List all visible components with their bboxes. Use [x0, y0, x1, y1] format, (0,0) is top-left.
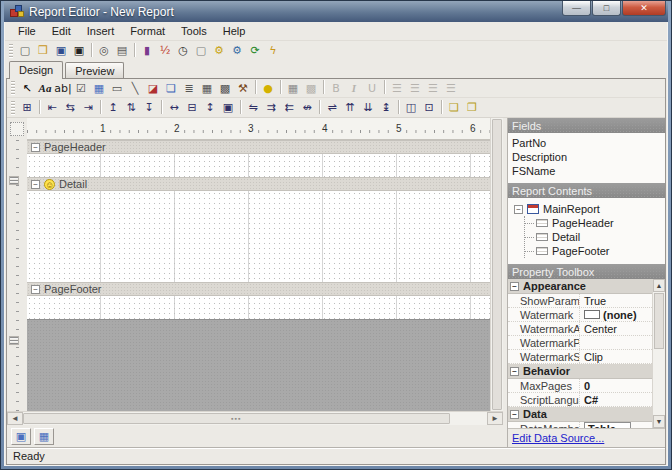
scroll-down-icon[interactable]: ▼	[653, 415, 665, 428]
property-value[interactable]: True	[580, 295, 652, 307]
subreport-tool-icon[interactable]: ❏	[162, 80, 180, 96]
hspace-decrease-icon[interactable]: ⇇	[280, 100, 298, 116]
refresh-icon[interactable]: ⟳	[246, 43, 264, 59]
align-middles-icon[interactable]: ⇅	[122, 100, 140, 116]
options-gear-icon[interactable]: ⚙	[210, 43, 228, 59]
band-area-pageheader[interactable]	[27, 154, 490, 177]
watermark-swatch[interactable]	[584, 310, 600, 319]
property-value[interactable]: Table	[580, 422, 652, 429]
category-collapse-icon[interactable]: −	[510, 367, 519, 376]
textbox-tool-icon[interactable]: ab|	[54, 80, 72, 96]
scrollbar-thumb[interactable]: ▪▪▪	[23, 413, 450, 424]
edit-data-source-link[interactable]: Edit Data Source...	[512, 432, 604, 444]
close-button[interactable]: ✕	[622, 1, 666, 16]
center-vertically-icon[interactable]: ⊡	[420, 100, 438, 116]
tree-node-pagefooter[interactable]: PageFooter	[536, 244, 665, 258]
pagefooter-band-resize-grip[interactable]	[9, 336, 19, 345]
styles-icon[interactable]: ▮	[138, 43, 156, 59]
center-horizontally-icon[interactable]: ◫	[402, 100, 420, 116]
align-bottoms-icon[interactable]: ↧	[140, 100, 158, 116]
new-report-icon[interactable]: ▢	[16, 43, 34, 59]
property-grid-scrollbar[interactable]: ▲ ▼	[652, 279, 665, 428]
build-tool-icon[interactable]: ⚒	[234, 80, 252, 96]
bring-to-front-icon[interactable]: ❏	[445, 100, 463, 116]
vspace-decrease-icon[interactable]: ⇊	[359, 100, 377, 116]
band-header-detail[interactable]: −☺Detail	[27, 177, 490, 191]
toggle-properties-window-icon[interactable]: ▦	[34, 428, 54, 445]
align-to-grid-icon[interactable]: ⊞	[18, 100, 36, 116]
send-to-back-icon[interactable]: ❐	[463, 100, 481, 116]
menu-edit[interactable]: Edit	[45, 23, 78, 39]
vspace-increase-icon[interactable]: ⇈	[341, 100, 359, 116]
table-tool-icon[interactable]: ▦	[198, 80, 216, 96]
align-tops-icon[interactable]: ↥	[104, 100, 122, 116]
property-value[interactable]: (none)	[580, 309, 652, 321]
make-same-height-icon[interactable]: ↕	[201, 100, 219, 116]
pointer-tool-icon[interactable]: ↖	[18, 80, 36, 96]
vspace-remove-icon[interactable]: ↨	[377, 100, 395, 116]
tab-design[interactable]: Design	[9, 61, 63, 79]
band-collapse-icon[interactable]: −	[31, 285, 40, 294]
line-tool-icon[interactable]: ╲	[126, 80, 144, 96]
band-area-detail[interactable]	[27, 191, 490, 282]
toolbar-grip[interactable]	[11, 81, 15, 95]
save-report-icon[interactable]: ▣	[52, 43, 70, 59]
category-collapse-icon[interactable]: −	[510, 282, 519, 291]
list-tool-icon[interactable]: ≣	[180, 80, 198, 96]
band-collapse-icon[interactable]: −	[31, 143, 40, 152]
align-lefts-icon[interactable]: ⇤	[43, 100, 61, 116]
make-same-size-icon[interactable]: ▣	[219, 100, 237, 116]
print-icon[interactable]: ▤	[113, 43, 131, 59]
toolbar-grip[interactable]	[11, 101, 15, 115]
watch-icon[interactable]: ◷	[174, 43, 192, 59]
tools-wrench-icon[interactable]: ⚙	[228, 43, 246, 59]
tree-node-detail[interactable]: Detail	[536, 230, 665, 244]
property-value[interactable]: Center	[580, 323, 652, 335]
tree-node-pageheader[interactable]: PageHeader	[536, 216, 665, 230]
checkbox-tool-icon[interactable]: ☑	[72, 80, 90, 96]
scrollbar-thumb[interactable]	[654, 293, 664, 349]
design-horizontal-scrollbar[interactable]: ◄ ▪▪▪ ►	[7, 411, 503, 425]
category-collapse-icon[interactable]: −	[510, 410, 519, 419]
menu-tools[interactable]: Tools	[174, 23, 214, 39]
align-centers-icon[interactable]: ⇆	[61, 100, 79, 116]
script-document-icon[interactable]: ▢	[192, 43, 210, 59]
save-all-icon[interactable]: ▣	[70, 43, 88, 59]
minimize-button[interactable]: —	[562, 1, 591, 16]
detail-band-resize-grip[interactable]	[9, 176, 19, 185]
property-category-data[interactable]: −Data	[508, 407, 652, 422]
property-value[interactable]: 0	[580, 380, 652, 392]
field-item[interactable]: Description	[512, 150, 665, 164]
rectangle-tool-icon[interactable]: ▭	[108, 80, 126, 96]
band-collapse-icon[interactable]: −	[31, 180, 40, 189]
band-area-pagefooter[interactable]	[27, 296, 490, 319]
make-same-width-icon[interactable]: ↔	[165, 100, 183, 116]
scroll-left-icon[interactable]: ◄	[7, 412, 23, 425]
vspace-equal-icon[interactable]: ⇌	[323, 100, 341, 116]
align-rights-icon[interactable]: ⇥	[79, 100, 97, 116]
matrix-tool-icon[interactable]: ▩	[216, 80, 234, 96]
script-key-icon[interactable]: ●	[259, 80, 277, 96]
run-script-icon[interactable]: ϟ	[264, 43, 282, 59]
design-vertical-scrollbar[interactable]	[490, 118, 503, 411]
property-value[interactable]: Clip	[580, 351, 652, 363]
field-item[interactable]: PartNo	[512, 136, 665, 150]
scroll-up-icon[interactable]: ▲	[653, 279, 665, 292]
open-report-icon[interactable]: ❒	[34, 43, 52, 59]
band-header-pageheader[interactable]: −PageHeader	[27, 140, 490, 154]
label-tool-icon[interactable]: Aa	[36, 80, 54, 96]
tab-preview[interactable]: Preview	[65, 62, 124, 78]
tree-collapse-icon[interactable]: −	[514, 205, 523, 214]
toolbar-grip[interactable]	[9, 44, 13, 58]
hspace-equal-icon[interactable]: ⇋	[244, 100, 262, 116]
size-to-grid-icon[interactable]: ⊟	[183, 100, 201, 116]
print-preview-icon[interactable]: ◎	[95, 43, 113, 59]
field-item[interactable]: FSName	[512, 164, 665, 178]
picture-tool-icon[interactable]: ▦	[90, 80, 108, 96]
property-value[interactable]: C#	[580, 394, 652, 406]
band-header-pagefooter[interactable]: −PageFooter	[27, 282, 490, 296]
property-category-appearance[interactable]: −Appearance	[508, 279, 652, 294]
maximize-button[interactable]: □	[592, 1, 621, 16]
tree-node-mainreport[interactable]: − MainReport	[514, 202, 665, 216]
scroll-right-icon[interactable]: ►	[487, 412, 503, 425]
